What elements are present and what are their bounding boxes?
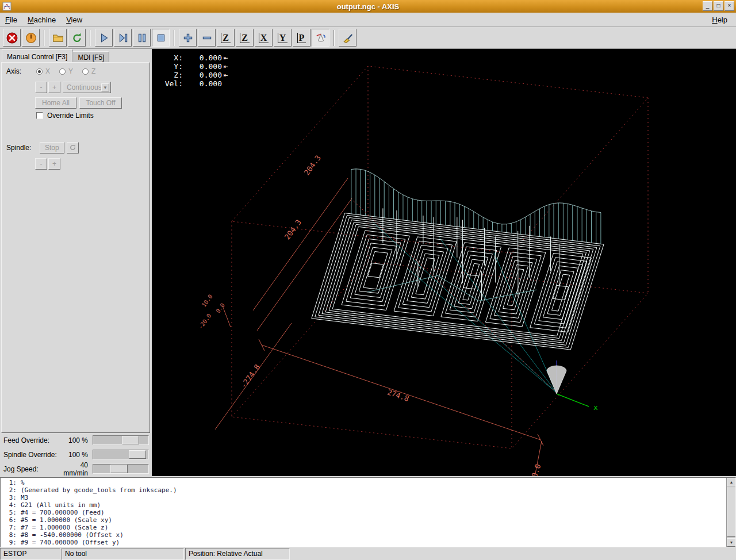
scroll-down-icon[interactable]: ▼ bbox=[727, 538, 736, 547]
spindle-override-value: 100 % bbox=[57, 451, 93, 459]
slider-handle[interactable] bbox=[129, 450, 146, 459]
home-all-button[interactable]: Home All bbox=[35, 97, 76, 109]
stop-program-icon bbox=[155, 32, 167, 44]
feed-override-slider[interactable] bbox=[93, 435, 149, 445]
toolbar: ZZXYP bbox=[0, 27, 736, 49]
axis-x-radio[interactable]: X bbox=[36, 67, 50, 75]
unhomed-icon: ⇤ bbox=[224, 71, 228, 79]
close-button[interactable]: × bbox=[724, 1, 734, 11]
titlebar[interactable]: output.ngc - AXIS _ □ × bbox=[0, 0, 736, 13]
gcode-line[interactable]: 7:#7 = 1.000000 (Scale z) bbox=[3, 524, 735, 531]
x-axis-label: X: bbox=[160, 53, 183, 62]
rotate-view-icon bbox=[315, 32, 327, 44]
spindle-plus-button[interactable]: + bbox=[48, 158, 60, 170]
svg-text:0.0: 0.0 bbox=[530, 463, 543, 476]
jog-mode-dropdown[interactable]: Continuous ▼ bbox=[63, 82, 111, 93]
feed-override-value: 100 % bbox=[57, 436, 93, 444]
override-limits-checkbox[interactable] bbox=[36, 112, 43, 119]
step-line-button[interactable] bbox=[114, 29, 132, 47]
zoom-out-icon bbox=[201, 32, 213, 44]
panel-tabs: Manual Control [F3] MDI [F5] bbox=[2, 49, 109, 62]
zoom-in-button[interactable] bbox=[179, 29, 197, 47]
window-title: output.ngc - AXIS bbox=[0, 2, 736, 11]
pause-program-icon bbox=[136, 32, 148, 44]
menu-machine[interactable]: Machine bbox=[22, 14, 61, 26]
x-axis-value: 0.000 bbox=[183, 53, 222, 62]
z-plunges bbox=[383, 208, 559, 300]
rotate-view-button[interactable] bbox=[312, 29, 329, 47]
spindle-override-label: Spindle Override: bbox=[0, 451, 57, 459]
override-sliders: Feed Override: 100 % Spindle Override: 1… bbox=[0, 433, 152, 476]
gcode-line[interactable]: 4:G21 (All units in mm) bbox=[3, 501, 735, 509]
preview-3d[interactable]: 204.3 204.3 10.0 0.0 -20.0 -274.8 274.8 … bbox=[152, 49, 736, 476]
dimension-labels: 204.3 204.3 10.0 0.0 -20.0 -274.8 274.8 … bbox=[197, 154, 543, 476]
scrollbar-thumb[interactable] bbox=[727, 486, 736, 537]
step-line-icon bbox=[117, 32, 129, 44]
machine-power-button[interactable] bbox=[22, 29, 40, 47]
svg-text:204.3: 204.3 bbox=[283, 218, 303, 241]
view-side-button[interactable]: X bbox=[255, 29, 273, 47]
gcode-line[interactable]: 5:#4 = 700.000000 (Feed) bbox=[3, 509, 735, 516]
open-file-button[interactable] bbox=[49, 29, 67, 47]
stop-program-button[interactable] bbox=[152, 29, 170, 47]
axis-y-radio[interactable]: Y bbox=[59, 67, 73, 75]
menu-help[interactable]: Help bbox=[707, 14, 733, 26]
y-axis-label: Y: bbox=[160, 62, 183, 71]
gcode-line[interactable]: 3:M3 bbox=[3, 494, 735, 501]
gcode-line[interactable]: 6:#5 = 1.000000 (Scale xy) bbox=[3, 516, 735, 524]
gcode-line[interactable]: 8:#8 = -540.000000 (Offset x) bbox=[3, 531, 735, 539]
spindle-stop-button[interactable]: Stop bbox=[40, 142, 64, 154]
menu-file[interactable]: File bbox=[0, 14, 22, 26]
dimension-lines bbox=[215, 178, 543, 476]
toolbar-separator bbox=[334, 30, 335, 46]
view-front-icon: Y bbox=[278, 33, 288, 43]
menu-view[interactable]: View bbox=[61, 14, 87, 26]
scroll-up-icon[interactable]: ▲ bbox=[727, 478, 736, 486]
pause-program-button[interactable] bbox=[133, 29, 151, 47]
run-program-button[interactable] bbox=[95, 29, 113, 47]
jog-speed-slider[interactable] bbox=[93, 464, 149, 474]
axis-window: output.ngc - AXIS _ □ × File Machine Vie… bbox=[0, 0, 736, 560]
view-front-button[interactable]: Y bbox=[274, 29, 292, 47]
z-axis-value: 0.000 bbox=[183, 71, 222, 79]
jog-plus-button[interactable]: + bbox=[48, 82, 60, 93]
clear-plot-button[interactable] bbox=[339, 29, 356, 47]
maximize-button[interactable]: □ bbox=[714, 1, 723, 11]
zoom-out-button[interactable] bbox=[198, 29, 216, 47]
toolbar-separator bbox=[174, 30, 175, 46]
view-top-rotated-icon: Z bbox=[240, 33, 250, 43]
tool-status: No tool bbox=[62, 548, 184, 560]
view-top-button[interactable]: Z bbox=[217, 29, 235, 47]
clear-plot-icon bbox=[342, 32, 354, 44]
toolbar-separator bbox=[90, 30, 91, 46]
spindle-direction-button[interactable] bbox=[67, 142, 79, 154]
svg-text:10.0: 10.0 bbox=[201, 293, 214, 308]
radio-circle-icon bbox=[82, 68, 89, 75]
override-limits-label: Override Limits bbox=[47, 112, 94, 120]
view-top-rotated-button[interactable]: Z bbox=[236, 29, 254, 47]
spindle-minus-button[interactable]: - bbox=[35, 158, 47, 170]
minimize-button[interactable]: _ bbox=[703, 1, 712, 11]
tab-manual-control[interactable]: Manual Control [F3] bbox=[2, 49, 72, 62]
svg-text:274.8: 274.8 bbox=[386, 388, 411, 403]
estop-button[interactable] bbox=[3, 29, 21, 47]
gcode-line[interactable]: 1:% bbox=[3, 479, 735, 486]
jog-minus-button[interactable]: - bbox=[35, 82, 47, 93]
toolbar-separator bbox=[44, 30, 45, 46]
gcode-line[interactable]: 2:(Generated by gcode_tools from inkscap… bbox=[3, 486, 735, 494]
gcode-line[interactable]: 9:#9 = 740.000000 (Offset y) bbox=[3, 539, 735, 546]
spindle-label: Spindle: bbox=[6, 144, 40, 152]
slider-handle[interactable] bbox=[122, 436, 139, 444]
axis-z-radio[interactable]: Z bbox=[82, 67, 95, 75]
slider-handle[interactable] bbox=[110, 465, 128, 473]
view-perspective-button[interactable]: P bbox=[293, 29, 310, 47]
reload-file-button[interactable] bbox=[68, 29, 86, 47]
zoom-in-icon bbox=[182, 32, 194, 44]
touch-off-button[interactable]: Touch Off bbox=[79, 97, 122, 109]
svg-text:204.3: 204.3 bbox=[302, 154, 323, 177]
tab-mdi[interactable]: MDI [F5] bbox=[72, 51, 109, 62]
vel-value: 0.000 bbox=[183, 79, 222, 88]
spindle-override-slider[interactable] bbox=[93, 450, 149, 459]
gcode-scrollbar[interactable]: ▲ ▼ bbox=[726, 478, 735, 547]
z-axis-label: Z: bbox=[160, 71, 183, 79]
